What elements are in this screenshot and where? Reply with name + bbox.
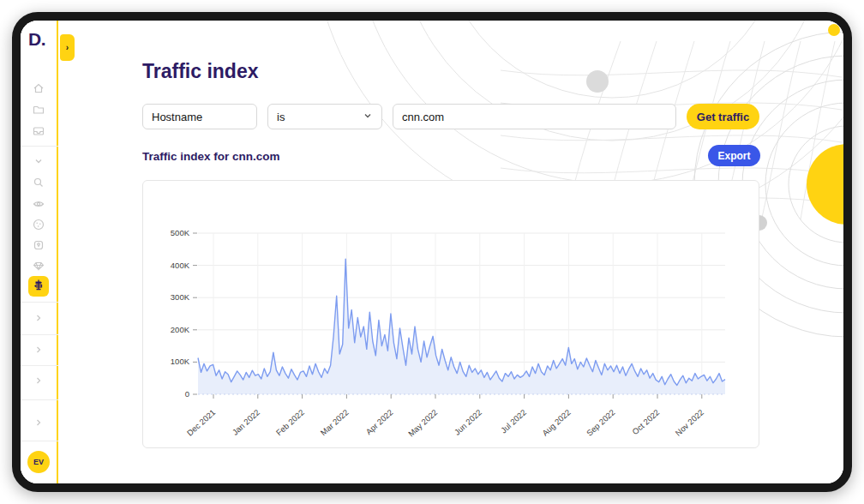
svg-text:Dec 2021: Dec 2021: [185, 407, 218, 437]
app-logo: D.: [28, 29, 45, 50]
sidebar-divider: [21, 302, 58, 303]
svg-text:May 2022: May 2022: [406, 407, 439, 438]
svg-text:300K: 300K: [171, 292, 190, 302]
folder-icon[interactable]: [32, 103, 45, 117]
svg-text:400K: 400K: [171, 261, 190, 270]
svg-text:Feb 2022: Feb 2022: [274, 407, 306, 437]
operator-select[interactable]: is: [267, 104, 382, 129]
chevron-down-icon[interactable]: [32, 154, 45, 168]
traffic-chart-card: 0100K200K300K400K500KDec 2021Jan 2022Feb…: [142, 180, 759, 448]
svg-text:500K: 500K: [171, 228, 190, 237]
sidebar-divider: [21, 146, 58, 147]
sidebar: D.: [21, 21, 58, 483]
field-type-input[interactable]: [142, 104, 257, 129]
diamond-icon[interactable]: [32, 259, 45, 273]
traffic-chart: 0100K200K300K400K500KDec 2021Jan 2022Feb…: [143, 181, 759, 447]
svg-text:Jan 2022: Jan 2022: [231, 407, 261, 436]
page-title: Traffic index: [142, 60, 258, 83]
svg-text:200K: 200K: [171, 325, 190, 334]
lock-badge-icon[interactable]: [32, 238, 45, 252]
sidebar-item-traffic-index[interactable]: [28, 276, 49, 297]
user-avatar[interactable]: EV: [27, 451, 50, 473]
chevron-right-icon[interactable]: [32, 311, 45, 325]
get-traffic-button[interactable]: Get traffic: [687, 104, 759, 129]
main-content: Traffic index is Get traffic Traffic ind…: [21, 21, 843, 483]
sidebar-divider: [21, 365, 58, 366]
inbox-icon[interactable]: [32, 124, 45, 138]
app-content: D.: [21, 21, 843, 483]
home-icon[interactable]: [32, 81, 45, 95]
svg-text:Jul 2022: Jul 2022: [499, 407, 528, 435]
signpost-icon: [32, 278, 45, 295]
sidebar-divider: [21, 441, 58, 441]
sidebar-divider: [21, 399, 58, 400]
chevron-right-icon[interactable]: [32, 374, 45, 387]
export-button[interactable]: Export: [708, 145, 760, 166]
svg-text:0: 0: [185, 389, 189, 399]
svg-text:Oct 2022: Oct 2022: [630, 407, 661, 436]
app-window: D.: [12, 12, 852, 492]
search-icon[interactable]: [32, 176, 45, 189]
svg-text:Mar 2022: Mar 2022: [319, 407, 351, 437]
globe-icon[interactable]: [32, 218, 45, 231]
svg-text:100K: 100K: [171, 357, 190, 366]
hostname-query-input[interactable]: [393, 104, 676, 129]
svg-text:Aug 2022: Aug 2022: [540, 407, 573, 437]
sidebar-expand-button[interactable]: ›: [60, 34, 75, 61]
operator-value: is: [277, 111, 285, 123]
chevron-down-icon: [363, 111, 373, 123]
sidebar-divider: [21, 334, 58, 335]
results-heading: Traffic index for cnn.com: [142, 150, 280, 163]
eye-icon[interactable]: [32, 197, 45, 211]
chevron-right-icon[interactable]: [32, 416, 45, 429]
svg-text:Sep 2022: Sep 2022: [585, 407, 617, 437]
svg-text:Nov 2022: Nov 2022: [674, 407, 706, 437]
chevron-right-icon[interactable]: [32, 343, 45, 357]
svg-text:Jun 2022: Jun 2022: [453, 407, 483, 436]
svg-text:Apr 2022: Apr 2022: [364, 407, 395, 436]
